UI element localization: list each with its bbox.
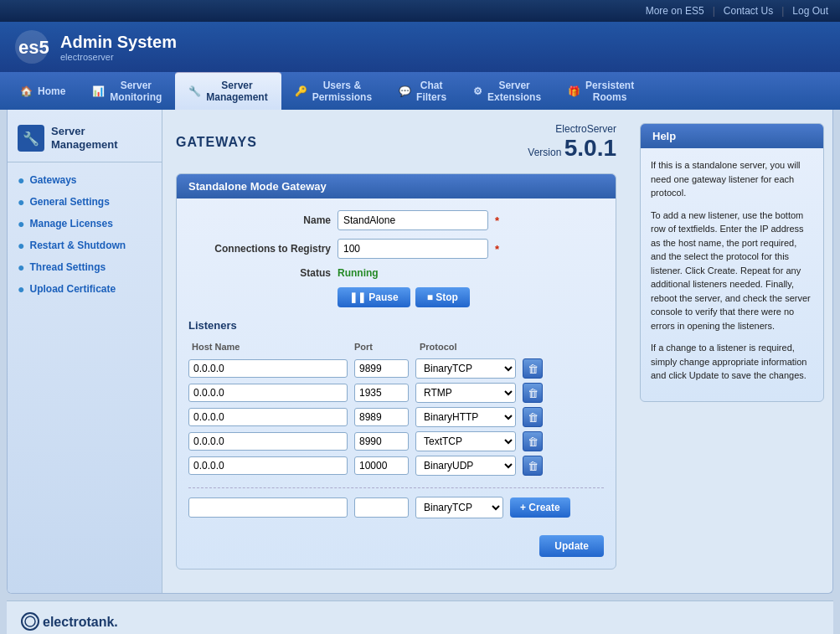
sidebar-item-upload-certificate[interactable]: ● Upload Certificate: [8, 278, 162, 300]
sidebar-header: 🔧 ServerManagement: [8, 118, 162, 162]
version-info: ElectroServer Version 5.0.1: [528, 123, 616, 162]
users-icon: 🔑: [295, 85, 307, 97]
sidebar: 🔧 ServerManagement ● Gateways ● General …: [8, 110, 162, 593]
bullet-icon: ●: [18, 282, 24, 296]
listener-rows: BinaryTCPRTMPBinaryHTTPTextTCPBinaryUDPT…: [188, 358, 604, 476]
delete-listener-button[interactable]: 🗑: [523, 358, 543, 379]
connections-input[interactable]: [338, 239, 488, 259]
gateway-panel: Standalone Mode Gateway Name * Connectio…: [176, 173, 616, 570]
logout-link[interactable]: Log Out: [792, 5, 828, 17]
bullet-icon: ●: [18, 217, 24, 230]
col-port-header: Port: [354, 342, 413, 352]
sidebar-item-thread-settings[interactable]: ● Thread Settings: [8, 256, 162, 278]
control-buttons: ❚❚ Pause ■ Stop: [338, 287, 604, 307]
footer-left: electrotank. 3301 Nash Street NW, Suite …: [20, 610, 174, 634]
app-title: Admin System: [60, 33, 177, 52]
nav-server-monitoring[interactable]: 📊 ServerMonitoring: [79, 72, 175, 110]
status-label: Status: [188, 267, 331, 279]
listener-host-input[interactable]: [188, 408, 348, 426]
gateway-panel-header: Standalone Mode Gateway: [177, 174, 616, 198]
listener-host-input[interactable]: [188, 432, 348, 451]
delete-listener-button[interactable]: 🗑: [523, 456, 543, 476]
listener-port-input[interactable]: [354, 432, 409, 451]
help-column: Help If this is a standalone server, you…: [640, 110, 832, 593]
listener-row: BinaryTCPRTMPBinaryHTTPTextTCPBinaryUDPT…: [188, 358, 604, 379]
add-protocol-select[interactable]: BinaryTCPRTMPBinaryHTTPTextTCPBinaryUDPT…: [415, 497, 503, 518]
listener-protocol-select[interactable]: BinaryTCPRTMPBinaryHTTPTextTCPBinaryUDPT…: [415, 383, 516, 403]
sidebar-item-manage-licenses[interactable]: ● Manage Licenses: [8, 213, 162, 235]
svg-point-2: [22, 613, 39, 630]
sep1: |: [713, 5, 715, 17]
connections-label: Connections to Registry: [188, 243, 331, 255]
nav-users-permissions[interactable]: 🔑 Users &Permissions: [281, 72, 385, 110]
listener-host-input[interactable]: [188, 384, 348, 402]
svg-text:electrotank.: electrotank.: [43, 615, 118, 629]
listener-protocol-select[interactable]: BinaryTCPRTMPBinaryHTTPTextTCPBinaryUDPT…: [415, 407, 516, 427]
nav-chat-filters[interactable]: 💬 ChatFilters: [385, 72, 460, 110]
logo-sub: electroserver: [60, 52, 114, 62]
monitoring-icon: 📊: [92, 85, 105, 97]
sidebar-item-general-settings[interactable]: ● General Settings: [8, 191, 162, 213]
chat-icon: 💬: [399, 85, 411, 97]
listener-port-input[interactable]: [354, 359, 409, 378]
bullet-icon: ●: [18, 173, 24, 187]
bullet-icon: ●: [18, 239, 24, 252]
delete-listener-button[interactable]: 🗑: [523, 383, 543, 403]
page-title: GATEWAYS: [176, 135, 257, 150]
listener-host-input[interactable]: [188, 359, 348, 378]
delete-listener-button[interactable]: 🗑: [523, 431, 543, 451]
nav-home[interactable]: 🏠 Home: [7, 72, 79, 110]
listener-row: BinaryTCPRTMPBinaryHTTPTextTCPBinaryUDPT…: [188, 407, 604, 427]
stop-button[interactable]: ■ Stop: [415, 287, 470, 307]
listeners-col-header: Host Name Port Protocol: [188, 338, 604, 355]
listener-port-input[interactable]: [354, 456, 409, 475]
footer-logo: electrotank.: [20, 610, 174, 634]
management-icon: 🔧: [188, 85, 201, 97]
name-input[interactable]: [338, 210, 488, 230]
nav-server-extensions[interactable]: ⚙ ServerExtensions: [460, 72, 554, 110]
sidebar-item-gateways[interactable]: ● Gateways: [8, 169, 162, 191]
status-row: Status Running: [188, 267, 604, 279]
svg-text:es5: es5: [18, 37, 49, 58]
listener-port-input[interactable]: [354, 408, 409, 426]
listener-protocol-select[interactable]: BinaryTCPRTMPBinaryHTTPTextTCPBinaryUDPT…: [415, 456, 516, 476]
pause-button[interactable]: ❚❚ Pause: [338, 287, 410, 307]
help-body: If this is a standalone server, you will…: [641, 148, 823, 401]
content-header: GATEWAYS ElectroServer Version 5.0.1: [176, 123, 616, 162]
listener-row: BinaryTCPRTMPBinaryHTTPTextTCPBinaryUDPT…: [188, 456, 604, 476]
svg-point-3: [25, 616, 35, 626]
update-button[interactable]: Update: [539, 535, 604, 557]
listener-host-input[interactable]: [188, 456, 348, 475]
sidebar-title: ServerManagement: [51, 125, 117, 151]
nav-server-management[interactable]: 🔧 ServerManagement: [175, 72, 281, 110]
sidebar-icon: 🔧: [18, 125, 44, 152]
add-host-input[interactable]: [188, 497, 348, 518]
name-required: *: [495, 214, 499, 227]
header: es5 Admin System electroserver: [0, 22, 840, 72]
listener-protocol-select[interactable]: BinaryTCPRTMPBinaryHTTPTextTCPBinaryUDPT…: [415, 358, 516, 379]
version-number: 5.0.1: [564, 135, 616, 161]
gateway-panel-body: Name * Connections to Registry * S: [177, 198, 616, 569]
delete-listener-button[interactable]: 🗑: [523, 407, 543, 427]
rooms-icon: 🎁: [568, 85, 580, 97]
sidebar-item-restart-shutdown[interactable]: ● Restart & Shutdown: [8, 235, 162, 256]
contact-link[interactable]: Contact Us: [724, 5, 773, 17]
add-port-input[interactable]: [354, 497, 409, 518]
listener-protocol-select[interactable]: BinaryTCPRTMPBinaryHTTPTextTCPBinaryUDPT…: [415, 431, 516, 451]
center-right: GATEWAYS ElectroServer Version 5.0.1 Sta…: [162, 110, 832, 593]
name-label: Name: [188, 214, 331, 226]
add-listener-row: BinaryTCPRTMPBinaryHTTPTextTCPBinaryUDPT…: [188, 487, 604, 518]
bullet-icon: ●: [18, 195, 24, 209]
update-row: Update: [188, 535, 604, 557]
create-button[interactable]: + Create: [510, 497, 570, 518]
connections-row: Connections to Registry *: [188, 239, 604, 259]
listener-port-input[interactable]: [354, 384, 409, 402]
more-on-es5-link[interactable]: More on ES5: [646, 5, 704, 17]
nav-persistent-rooms[interactable]: 🎁 PersistentRooms: [554, 72, 647, 110]
listener-row: BinaryTCPRTMPBinaryHTTPTextTCPBinaryUDPT…: [188, 383, 604, 403]
home-icon: 🏠: [20, 85, 33, 97]
version-label: ElectroServer: [528, 123, 616, 135]
footer: electrotank. 3301 Nash Street NW, Suite …: [7, 600, 833, 634]
listeners-section: Listeners Host Name Port Protocol Binary…: [188, 319, 604, 527]
version-display: Version 5.0.1: [528, 135, 616, 162]
